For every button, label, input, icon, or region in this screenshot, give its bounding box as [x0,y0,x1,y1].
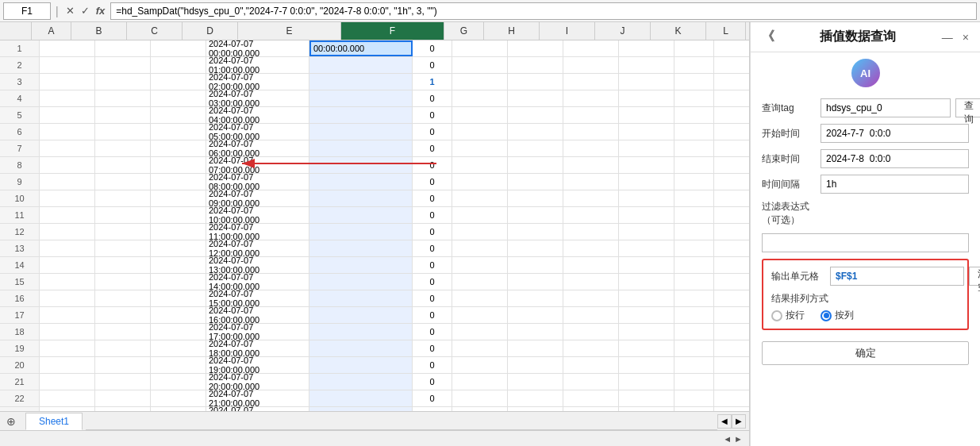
cell-i-7[interactable] [508,140,563,156]
table-row[interactable]: 19 2024-07-07 18:00:00.000 0 [0,340,749,357]
cell-l-1[interactable] [674,40,714,56]
cell-l-2[interactable] [674,57,714,73]
cell-e-19[interactable]: 2024-07-07 18:00:00.000 [206,340,309,356]
cell-e-8[interactable]: 2024-07-07 07:00:00.000 [206,157,309,173]
cell-d-10[interactable] [151,190,206,206]
cell-k-12[interactable] [619,224,674,240]
formula-input[interactable] [110,2,977,20]
cell-e-23[interactable]: 2024-07-07 22:00:00.000 [206,407,309,411]
cell-l-22[interactable] [674,390,714,406]
panel-collapse-btn[interactable]: 《 [759,27,778,47]
cell-b-8[interactable] [40,157,95,173]
cell-f-4[interactable] [309,90,413,106]
cell-j-5[interactable] [563,107,619,123]
cell-ref-input[interactable] [3,2,51,20]
cell-l-20[interactable] [674,357,714,373]
cell-j-16[interactable] [563,290,619,306]
cell-j-1[interactable] [563,40,619,56]
cell-e-11[interactable]: 2024-07-07 10:00:00.000 [206,207,309,223]
cell-b-10[interactable] [40,190,95,206]
cell-d-21[interactable] [151,374,206,390]
cell-d-11[interactable] [151,207,206,223]
cell-l-21[interactable] [674,374,714,390]
cell-d-5[interactable] [151,107,206,123]
cell-b-16[interactable] [40,290,95,306]
cell-f-13[interactable] [309,240,413,256]
cell-e-21[interactable]: 2024-07-07 20:00:00.000 [206,374,309,390]
cell-b-12[interactable] [40,224,95,240]
cell-i-23[interactable] [508,407,563,411]
cell-e-9[interactable]: 2024-07-07 08:00:00.000 [206,174,309,190]
cell-d-13[interactable] [151,240,206,256]
query-tag-input[interactable] [821,98,951,117]
cell-d-2[interactable] [151,57,206,73]
cell-c-16[interactable] [95,290,151,306]
cell-j-13[interactable] [563,240,619,256]
cell-k-2[interactable] [619,57,674,73]
cell-e-18[interactable]: 2024-07-07 17:00:00.000 [206,324,309,340]
cell-f-2[interactable] [309,57,413,73]
cell-l-15[interactable] [674,274,714,290]
col-header-f[interactable]: F [341,22,444,40]
cell-c-22[interactable] [95,390,151,406]
panel-close-btn[interactable]: × [959,29,972,45]
cell-e-12[interactable]: 2024-07-07 11:00:00.000 [206,224,309,240]
cell-i-8[interactable] [508,157,563,173]
cell-l-6[interactable] [674,124,714,140]
radio-col-mode[interactable]: 按列 [821,309,854,322]
cell-k-17[interactable] [619,307,674,323]
col-header-b[interactable]: B [71,22,127,40]
cell-k-5[interactable] [619,107,674,123]
cell-c-10[interactable] [95,190,151,206]
scroll-right-btn[interactable]: ▶ [732,414,746,429]
cell-f-5[interactable] [309,107,413,123]
cell-g-5[interactable]: 0 [413,107,452,123]
cell-f-1[interactable]: 00:00:00.000 [309,40,413,56]
cell-c-21[interactable] [95,374,151,390]
cell-b-17[interactable] [40,307,95,323]
cell-h-16[interactable] [452,290,508,306]
cell-k-6[interactable] [619,124,674,140]
cell-f-7[interactable] [309,140,413,156]
col-header-e[interactable]: E [238,22,341,40]
cell-h-19[interactable] [452,340,508,356]
cell-h-15[interactable] [452,274,508,290]
cell-i-12[interactable] [508,224,563,240]
cell-e-4[interactable]: 2024-07-07 03:00:00.000 [206,90,309,106]
cell-j-19[interactable] [563,340,619,356]
cell-c-13[interactable] [95,240,151,256]
cell-f-22[interactable] [309,390,413,406]
cell-d-17[interactable] [151,307,206,323]
cell-h-4[interactable] [452,90,508,106]
cell-j-11[interactable] [563,207,619,223]
cell-g-18[interactable]: 0 [413,324,452,340]
cell-l-14[interactable] [674,257,714,273]
cell-l-16[interactable] [674,290,714,306]
cell-i-1[interactable] [508,40,563,56]
table-row[interactable]: 6 2024-07-07 05:00:00.000 0 [0,124,749,140]
table-row[interactable]: 14 2024-07-07 13:00:00.000 0 [0,257,749,274]
cell-j-9[interactable] [563,174,619,190]
cell-e-1[interactable]: 2024-07-07 00:00:00.000 [206,40,309,56]
cell-c-8[interactable] [95,157,151,173]
cell-h-20[interactable] [452,357,508,373]
cell-b-5[interactable] [40,107,95,123]
cell-g-13[interactable]: 0 [413,240,452,256]
cell-c-2[interactable] [95,57,151,73]
cell-b-6[interactable] [40,124,95,140]
table-row[interactable]: 23 2024-07-07 22:00:00.000 0 [0,407,749,411]
table-row[interactable]: 3 2024-07-07 02:00:00.000 1 [0,74,749,90]
cell-h-12[interactable] [452,224,508,240]
cell-h-8[interactable] [452,157,508,173]
grid-body[interactable]: 1 2024-07-07 00:00:00.000 00:00:00.000 0… [0,40,749,411]
cell-c-18[interactable] [95,324,151,340]
cell-f-12[interactable] [309,224,413,240]
cell-b-7[interactable] [40,140,95,156]
cell-g-19[interactable]: 0 [413,340,452,356]
cell-b-3[interactable] [40,74,95,90]
table-row[interactable]: 10 2024-07-07 09:00:00.000 0 [0,190,749,207]
cell-g-14[interactable]: 0 [413,257,452,273]
cell-b-14[interactable] [40,257,95,273]
cell-l-8[interactable] [674,157,714,173]
cell-i-3[interactable] [508,74,563,90]
